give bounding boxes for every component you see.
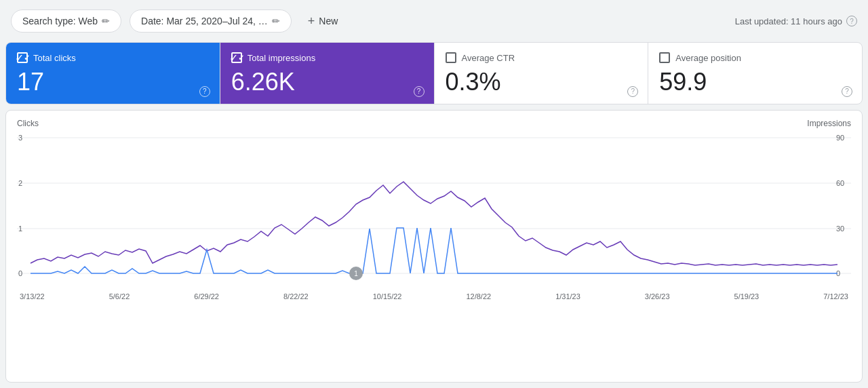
- checkbox-total-impressions[interactable]: ✓: [231, 52, 242, 63]
- checkbox-average-position[interactable]: [659, 52, 670, 63]
- x-axis-labels: 3/13/22 5/6/22 6/29/22 8/22/22 10/15/22 …: [17, 292, 851, 300]
- stat-header-position: Average position: [659, 52, 851, 63]
- new-button[interactable]: + New: [300, 9, 347, 34]
- help-icon-impressions[interactable]: ?: [414, 86, 425, 97]
- svg-text:60: 60: [836, 179, 844, 187]
- x-label-6: 1/31/23: [555, 292, 580, 300]
- x-label-8: 5/19/23: [734, 292, 760, 300]
- svg-text:0: 0: [18, 269, 22, 277]
- stat-header-impressions: ✓ Total impressions: [231, 52, 423, 63]
- date-range-button[interactable]: Date: Mar 25, 2020–Jul 24, … ✏: [130, 9, 292, 33]
- x-label-4: 10/15/22: [373, 292, 402, 300]
- svg-text:2: 2: [18, 179, 22, 187]
- main-container: Search type: Web ✏ Date: Mar 25, 2020–Ju…: [0, 0, 868, 388]
- stat-label-impressions: Total impressions: [248, 53, 315, 63]
- search-type-button[interactable]: Search type: Web ✏: [11, 9, 121, 33]
- x-label-7: 3/26/23: [645, 292, 670, 300]
- edit-icon-date: ✏: [272, 16, 280, 26]
- tooltip-label: 1: [354, 270, 358, 277]
- stats-row: ✓ Total clicks 17 ? ✓ Total impressions …: [5, 42, 863, 104]
- stat-help-ctr[interactable]: ?: [627, 84, 638, 97]
- stat-card-average-position[interactable]: Average position 59.9 ?: [648, 43, 862, 104]
- svg-text:90: 90: [836, 134, 844, 142]
- stat-label-ctr: Average CTR: [462, 53, 515, 63]
- x-label-3: 8/22/22: [283, 292, 309, 300]
- toolbar: Search type: Web ✏ Date: Mar 25, 2020–Ju…: [0, 0, 868, 42]
- help-icon-ctr[interactable]: ?: [627, 86, 638, 97]
- stat-help-impressions[interactable]: ?: [414, 84, 425, 97]
- svg-text:1: 1: [18, 225, 22, 233]
- stat-label-position: Average position: [675, 53, 741, 63]
- help-icon-clicks[interactable]: ?: [199, 86, 210, 97]
- search-type-label: Search type: Web: [22, 16, 98, 26]
- stat-value-clicks: 17: [17, 69, 209, 96]
- chart-container: Clicks Impressions 3 2 1 0 90 60 30 0: [5, 110, 863, 383]
- last-updated: Last updated: 11 hours ago ?: [735, 16, 857, 26]
- stat-header-ctr: Average CTR: [446, 52, 637, 63]
- edit-icon: ✏: [102, 16, 110, 26]
- checkbox-total-clicks[interactable]: ✓: [17, 52, 28, 63]
- stat-value-impressions: 6.26K: [231, 69, 423, 96]
- stat-label-clicks: Total clicks: [33, 53, 76, 63]
- stat-card-total-impressions[interactable]: ✓ Total impressions 6.26K ?: [220, 43, 435, 104]
- chart-area: 3 2 1 0 90 60 30 0 1: [17, 131, 851, 290]
- new-button-label: New: [319, 16, 338, 26]
- chart-labels-row: Clicks Impressions: [17, 119, 851, 128]
- clicks-line: [31, 228, 837, 273]
- stat-header-clicks: ✓ Total clicks: [17, 52, 209, 63]
- svg-text:3: 3: [18, 134, 22, 142]
- x-label-9: 7/12/23: [823, 292, 848, 300]
- x-label-2: 6/29/22: [194, 292, 219, 300]
- chart-svg: 3 2 1 0 90 60 30 0 1: [17, 131, 851, 287]
- checkbox-average-ctr[interactable]: [446, 52, 456, 63]
- plus-icon: +: [308, 14, 315, 28]
- stat-help-clicks[interactable]: ?: [199, 84, 210, 97]
- svg-text:30: 30: [836, 225, 844, 233]
- stat-card-average-ctr[interactable]: Average CTR 0.3% ?: [435, 43, 649, 104]
- last-updated-text: Last updated: 11 hours ago: [735, 16, 842, 26]
- stat-card-total-clicks[interactable]: ✓ Total clicks 17 ?: [6, 43, 220, 104]
- stat-value-position: 59.9: [659, 69, 851, 96]
- help-icon-position[interactable]: ?: [842, 86, 852, 97]
- x-label-0: 3/13/22: [20, 292, 45, 300]
- stat-help-position[interactable]: ?: [842, 84, 852, 97]
- date-range-label: Date: Mar 25, 2020–Jul 24, …: [141, 16, 268, 26]
- last-updated-help-icon[interactable]: ?: [846, 16, 857, 26]
- chart-y-label-left: Clicks: [17, 119, 39, 128]
- chart-y-label-right: Impressions: [807, 119, 851, 128]
- x-label-1: 5/6/22: [109, 292, 130, 300]
- stat-value-ctr: 0.3%: [446, 69, 637, 96]
- x-label-5: 12/8/22: [466, 292, 491, 300]
